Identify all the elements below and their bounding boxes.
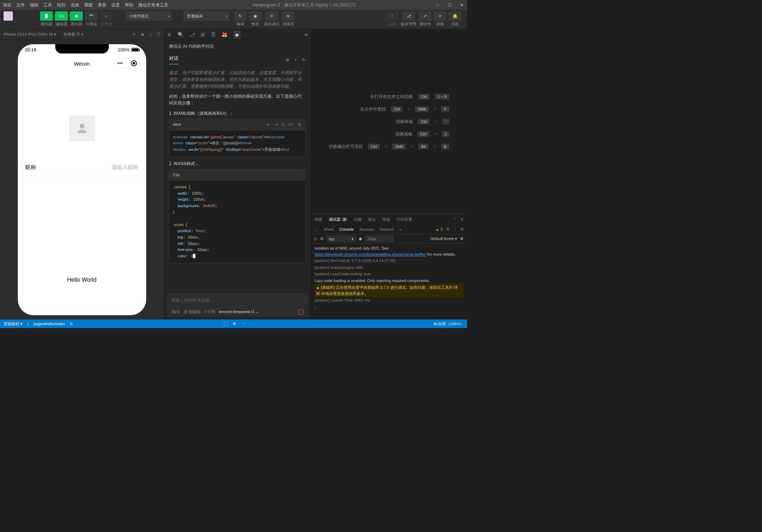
editor-toggle[interactable]: </> (55, 11, 68, 21)
menu-view[interactable]: 视图 (84, 2, 93, 8)
avatar-placeholder[interactable] (69, 116, 95, 141)
menu-tools[interactable]: 工具 (44, 2, 52, 8)
console-output[interactable]: isolation as of M92, around July 2021. S… (311, 244, 467, 319)
panel-up-icon[interactable]: ⌃ (454, 217, 457, 222)
ai-stop-button[interactable] (298, 310, 303, 314)
sb-icon1[interactable]: ⛶ (224, 322, 227, 326)
collapse-icon[interactable]: ⇥ (303, 32, 308, 37)
record-icon[interactable]: ◉ (141, 32, 144, 37)
copy-icon[interactable]: ⎘ (282, 122, 285, 128)
git-icon[interactable]: ⎇ (189, 32, 195, 37)
db-icon[interactable]: 🗄 (211, 32, 216, 37)
console-eye-icon[interactable]: ◉ (359, 236, 362, 241)
message-button[interactable]: 🔔 (449, 11, 461, 21)
warning-badge[interactable]: ▲ 3 (435, 227, 443, 231)
visual-toggle[interactable] (85, 11, 98, 21)
capsule-close-icon[interactable] (131, 60, 137, 66)
menu-help[interactable]: 帮助 (125, 2, 133, 8)
outdent-icon[interactable]: ⇥ (275, 122, 278, 128)
menu-select[interactable]: 选择 (71, 2, 79, 8)
window-minimize[interactable]: ─ (435, 2, 440, 7)
menu-project[interactable]: 项目 (3, 2, 11, 8)
explorer-icon[interactable]: 🗎 (167, 32, 172, 37)
phone-simulator[interactable]: 20:16 100% Weixin ••• 昵称 请输入昵称 Hello Wor… (18, 44, 146, 315)
dt-network[interactable]: Network (379, 227, 394, 231)
tab-build[interactable]: 构建 (314, 217, 322, 222)
dt-settings-icon[interactable]: ⚙ (446, 227, 450, 231)
tab-debugger[interactable]: 调试器3 (329, 217, 347, 222)
ai-input[interactable]: 请输入你的技术问题... /指令 @ 智能体 # 引用 tencent:deep… (167, 293, 308, 317)
context-select[interactable]: top (326, 236, 356, 242)
devtools-select-icon[interactable]: ⬚ (314, 227, 318, 231)
filter-input[interactable]: Filter (365, 236, 394, 242)
panel-close-icon[interactable]: ✕ (460, 217, 464, 222)
menu-settings[interactable]: 设置 (111, 2, 120, 8)
dt-sources[interactable]: Sources (359, 227, 374, 231)
levels-select[interactable]: Default levels ▾ (430, 236, 457, 241)
sb-icon3[interactable]: ⋯ (241, 322, 245, 326)
dt-console[interactable]: Console (339, 227, 354, 231)
console-play-icon[interactable]: ▷ (314, 236, 317, 241)
console-link[interactable]: https://developer.chrome.com/blog/enabli… (314, 252, 426, 256)
compile-dropdown[interactable]: 普通编译 (183, 11, 230, 21)
page-path-label[interactable]: 页面路径 ▾ (4, 321, 22, 327)
tab-quality[interactable]: 代码质量 (397, 217, 412, 222)
code-css[interactable]: .canvas { width: 100%; height: 100vh; ba… (169, 180, 305, 263)
simulator-toggle[interactable] (40, 11, 53, 21)
refresh-icon[interactable]: ↻ (133, 32, 136, 37)
dt-menu-icon[interactable]: ⋮ (453, 227, 457, 231)
window-maximize[interactable]: ☐ (447, 2, 452, 7)
history-icon[interactable]: ↻ (302, 57, 306, 62)
indent-icon[interactable]: ⇤ (267, 122, 270, 128)
copy-path-icon[interactable]: ⎘ (70, 322, 73, 326)
dt-popout-icon[interactable]: ⧉ (461, 227, 464, 231)
ai-icon[interactable]: ◈ (233, 31, 241, 39)
ai-tab-chat[interactable]: 对话 (169, 55, 178, 65)
version-button[interactable]: ⎇ (402, 11, 415, 21)
console-prompt[interactable]: › (314, 304, 316, 310)
clear-cache-button[interactable]: ≋ (282, 11, 295, 21)
nickname-input[interactable]: 请输入昵称 (63, 164, 138, 171)
capsule-menu-icon[interactable]: ••• (117, 61, 123, 66)
search-icon[interactable]: 🔍 (178, 32, 184, 37)
ai-agent[interactable]: @ 智能体 (184, 309, 200, 314)
console-settings-icon[interactable]: ⚙ (460, 236, 464, 241)
tab-output[interactable]: 输出 (368, 217, 376, 222)
bot-icon[interactable]: 🦊 (221, 32, 227, 37)
upload-button[interactable]: ⤴ (386, 11, 399, 21)
hot-reload-toggle[interactable]: 热重载 开 ▾ (63, 32, 83, 37)
ai-cmd[interactable]: /指令 (171, 309, 180, 314)
project-avatar[interactable] (4, 11, 13, 21)
settings-icon[interactable]: ⚙ (286, 57, 290, 62)
dt-wxml[interactable]: Wxml (324, 227, 334, 231)
tab-terminal[interactable]: 终端 (382, 217, 390, 222)
console-clear-icon[interactable]: ⊘ (320, 236, 323, 241)
ai-input-placeholder[interactable]: 请输入你的技术问题... (167, 294, 308, 307)
menu-goto[interactable]: 转到 (57, 2, 66, 8)
cloud-toggle[interactable]: ∞ (100, 11, 113, 21)
menu-ui[interactable]: 界面 (98, 2, 106, 8)
capsule-button[interactable]: ••• (113, 58, 141, 68)
new-chat-icon[interactable]: + (295, 57, 297, 62)
ext-icon[interactable]: ⊞ (201, 32, 205, 37)
compile-button[interactable]: ↻ (234, 11, 247, 21)
code-html[interactable]: <canvas canvas-id="gameCanvas" class="ca… (169, 131, 305, 157)
debugger-toggle[interactable] (70, 11, 83, 21)
multi-icon[interactable]: ❐ (157, 32, 160, 37)
file-icon[interactable]: 🗎 (298, 122, 302, 128)
ai-answer[interactable]: AI 问答（Ctrl+I） (434, 321, 464, 327)
menu-wxdevtools[interactable]: 微信开发者工具 (138, 2, 168, 8)
remote-debug-button[interactable]: ⛭ (265, 11, 278, 21)
ai-model[interactable]: tencent:deepseek-r1 ⌄ (219, 310, 259, 314)
tab-problems[interactable]: 问题 (354, 217, 362, 222)
insert-icon[interactable]: ⎘+ (289, 122, 293, 128)
device-select[interactable]: iPhone 12/13 (Pro) 100% 16 ▾ (4, 32, 56, 37)
menu-edit[interactable]: 编辑 (30, 2, 39, 8)
preview-button[interactable]: ◉ (249, 11, 262, 21)
menu-file[interactable]: 文件 (16, 2, 25, 8)
ai-ref[interactable]: # 引用 (204, 309, 215, 314)
dt-more[interactable]: » (400, 227, 402, 231)
mode-dropdown[interactable]: 小程序模式 (126, 11, 172, 21)
page-path[interactable]: pages/index/index (34, 322, 65, 326)
phone-icon[interactable]: ▯ (149, 32, 152, 37)
